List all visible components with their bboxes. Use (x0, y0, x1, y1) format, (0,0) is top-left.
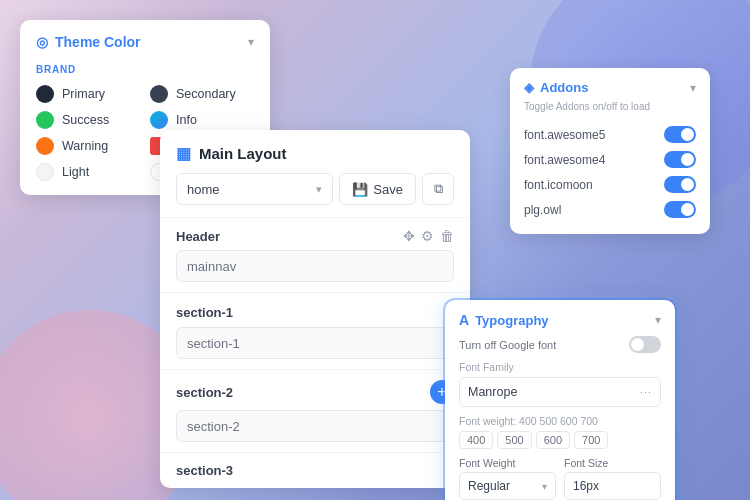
theme-color-header: ◎ Theme Color ▾ (36, 34, 254, 50)
addon-font-awesome5: font.awesome5 (524, 122, 696, 147)
brand-label: BRAND (36, 64, 254, 75)
addon-font-icomoon-toggle[interactable] (664, 176, 696, 193)
main-layout-toolbar: home ▾ 💾 Save ⧉ (160, 173, 470, 217)
addons-title: ◈ Addons (524, 80, 588, 95)
copy-button[interactable]: ⧉ (422, 173, 454, 205)
main-layout-title: ▦ Main Layout (176, 144, 287, 163)
addons-chevron-icon[interactable]: ▾ (690, 81, 696, 95)
font-family-dots: ··· (640, 386, 652, 398)
font-weight-chevron-icon: ▾ (542, 481, 547, 492)
select-chevron-icon: ▾ (316, 183, 322, 196)
info-dot (150, 111, 168, 129)
font-size-input[interactable]: 16px (564, 472, 661, 500)
section-2-block: section-2 + section-2 (160, 369, 470, 452)
typography-header: A Typography ▾ (459, 312, 661, 328)
trash-icon: 🗑 (440, 228, 454, 244)
font-weight-size-row: Font Weight Regular ▾ Font Size 16px (459, 457, 661, 500)
theme-color-icon: ◎ (36, 34, 48, 50)
header-section: Header ✥ ⚙ 🗑 mainnav (160, 217, 470, 292)
primary-dot (36, 85, 54, 103)
header-section-header: Header ✥ ⚙ 🗑 (176, 228, 454, 244)
font-weights-row: Font weight: 400 500 600 700 400 500 600… (459, 415, 661, 449)
font-size-col: Font Size 16px (564, 457, 661, 500)
font-family-input[interactable]: Manrope ··· (459, 377, 661, 407)
theme-color-chevron-icon[interactable]: ▾ (248, 35, 254, 49)
secondary-dot (150, 85, 168, 103)
typography-icon: A (459, 312, 469, 328)
main-layout-header: ▦ Main Layout (160, 130, 470, 173)
section-3-block: section-3 (160, 452, 470, 488)
addons-panel: ◈ Addons ▾ Toggle Addons on/off to load … (510, 68, 710, 234)
warning-dot (36, 137, 54, 155)
addons-header: ◈ Addons ▾ (524, 80, 696, 95)
theme-color-title: ◎ Theme Color (36, 34, 141, 50)
addons-icon: ◈ (524, 80, 534, 95)
save-button[interactable]: 💾 Save (339, 173, 416, 205)
header-section-actions: ✥ ⚙ 🗑 (403, 228, 454, 244)
header-input[interactable]: mainnav (176, 250, 454, 282)
color-light: Light (36, 163, 140, 181)
weight-700[interactable]: 700 (574, 431, 608, 449)
page-select[interactable]: home ▾ (176, 173, 333, 205)
addon-font-awesome4-toggle[interactable] (664, 151, 696, 168)
google-font-toggle[interactable] (629, 336, 661, 353)
section-2-input[interactable]: section-2 (176, 410, 454, 442)
main-layout-panel: ▦ Main Layout home ▾ 💾 Save ⧉ Header ✥ ⚙… (160, 130, 470, 488)
copy-icon: ⧉ (434, 181, 443, 197)
move-icon: ✥ (403, 228, 415, 244)
typography-panel: A Typography ▾ Turn off Google font Font… (445, 300, 675, 500)
color-warning: Warning (36, 137, 140, 155)
addon-plg-owl-toggle[interactable] (664, 201, 696, 218)
weight-500[interactable]: 500 (497, 431, 531, 449)
google-font-row: Turn off Google font (459, 336, 661, 353)
addon-font-awesome5-toggle[interactable] (664, 126, 696, 143)
color-success: Success (36, 111, 140, 129)
color-secondary: Secondary (150, 85, 254, 103)
addons-subtitle: Toggle Addons on/off to load (524, 101, 696, 112)
color-info: Info (150, 111, 254, 129)
color-primary: Primary (36, 85, 140, 103)
section-1-input[interactable]: section-1 (176, 327, 454, 359)
layout-icon: ▦ (176, 144, 191, 163)
settings-icon: ⚙ (421, 228, 434, 244)
font-weight-col: Font Weight Regular ▾ (459, 457, 556, 500)
typography-title: A Typography (459, 312, 549, 328)
success-dot (36, 111, 54, 129)
section-1-block: section-1 section-1 (160, 292, 470, 369)
weight-600[interactable]: 600 (536, 431, 570, 449)
save-icon: 💾 (352, 182, 368, 197)
addon-plg-owl: plg.owl (524, 197, 696, 222)
light-dot (36, 163, 54, 181)
typography-chevron-icon[interactable]: ▾ (655, 313, 661, 327)
weight-400[interactable]: 400 (459, 431, 493, 449)
addon-font-icomoon: font.icomoon (524, 172, 696, 197)
addon-font-awesome4: font.awesome4 (524, 147, 696, 172)
font-weight-select[interactable]: Regular ▾ (459, 472, 556, 500)
font-weight-tags: 400 500 600 700 (459, 431, 661, 449)
